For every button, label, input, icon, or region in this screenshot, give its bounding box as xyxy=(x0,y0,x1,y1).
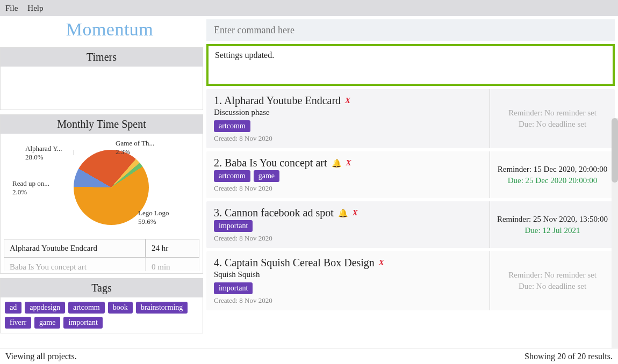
close-icon[interactable]: X xyxy=(353,208,358,217)
tag-chip-brainstorming[interactable]: brainstorming xyxy=(136,302,188,314)
time-name: Baba Is You concept art xyxy=(4,258,146,271)
pie-label-gameofth: Game of Th...2.3% xyxy=(116,139,169,156)
monthly-header: Monthly Time Spent xyxy=(1,115,203,134)
project-reminder: Reminder: 15 Dec 2020, 20:00:00 xyxy=(497,165,608,174)
tags-header: Tags xyxy=(1,279,203,297)
time-value: 24 hr xyxy=(146,239,199,258)
tag-chip-fiverr[interactable]: fiverr xyxy=(5,317,31,329)
close-icon[interactable]: X xyxy=(346,158,351,168)
app-logo: Momentum xyxy=(50,19,154,40)
timers-panel: Timers xyxy=(0,47,203,110)
project-due: Due: No deadline set xyxy=(497,282,608,291)
tag-chip-appdesign[interactable]: appdesign xyxy=(25,302,65,314)
timers-body xyxy=(1,67,203,110)
monthly-panel: Monthly Time Spent Alpharad Y...28.0% Ga… xyxy=(0,114,203,274)
pie-label-alpharad: Alpharad Y...28.0% xyxy=(25,144,74,161)
scrollbar-track[interactable] xyxy=(612,118,618,348)
tags-panel: Tags adappdesignartcommbookbrainstorming… xyxy=(0,278,203,333)
project-tags: artcommgame xyxy=(214,170,482,182)
bell-icon: 🔔 xyxy=(332,158,342,168)
project-tags: important xyxy=(214,220,482,232)
time-name: Alpharad Youtube Endcard xyxy=(4,239,146,258)
project-created: Created: 8 Nov 2020 xyxy=(214,234,482,243)
close-icon[interactable]: X xyxy=(345,96,350,105)
project-row[interactable]: 1. Alpharad Youtube EndcardXDiscussion p… xyxy=(206,89,615,148)
tag-chip-game[interactable]: game xyxy=(254,170,279,182)
time-value: 0 min xyxy=(146,258,199,271)
project-created: Created: 8 Nov 2020 xyxy=(214,184,482,193)
project-row[interactable]: 3. Cannon facebook ad spot🔔XimportantCre… xyxy=(206,201,615,248)
project-created: Created: 8 Nov 2020 xyxy=(214,134,482,143)
project-title: 3. Cannon facebook ad spot🔔X xyxy=(214,207,482,219)
project-side: Reminder: 25 Nov 2020, 13:50:00Due: 12 J… xyxy=(490,201,615,248)
project-due: Due: 25 Dec 2020 20:00:00 xyxy=(497,176,608,185)
project-due: Due: 12 Jul 2021 xyxy=(497,226,608,235)
monthly-body: Alpharad Y...28.0% Game of Th...2.3% Rea… xyxy=(1,134,203,273)
scrollbar-thumb[interactable] xyxy=(612,118,618,183)
table-row[interactable]: Alpharad Youtube Endcard 24 hr xyxy=(4,239,199,258)
statusbar: Viewing all projects. Showing 20 of 20 r… xyxy=(0,348,618,364)
tag-chip-artcomm[interactable]: artcomm xyxy=(214,120,250,132)
project-reminder: Reminder: No reminder set xyxy=(497,271,608,280)
table-row[interactable]: Baba Is You concept art 0 min xyxy=(4,258,199,271)
tag-chip-important[interactable]: important xyxy=(214,220,253,232)
project-main: 1. Alpharad Youtube EndcardXDiscussion p… xyxy=(206,89,490,148)
project-row[interactable]: 4. Captain Squish Cereal Box DesignXSqui… xyxy=(206,251,615,310)
status-left: Viewing all projects. xyxy=(5,352,77,361)
pie-slice xyxy=(74,150,149,225)
status-right: Showing 20 of 20 results. xyxy=(524,352,613,361)
pie-label-readup: Read up on...2.0% xyxy=(12,179,66,196)
project-created: Created: 8 Nov 2020 xyxy=(214,296,482,305)
project-reminder: Reminder: 25 Nov 2020, 13:50:00 xyxy=(497,215,608,224)
project-row[interactable]: 2. Baba Is You concept art🔔XartcommgameC… xyxy=(206,151,615,198)
pie-chart: Alpharad Y...28.0% Game of Th...2.3% Rea… xyxy=(4,139,197,236)
project-reminder: Reminder: No reminder set xyxy=(497,108,608,118)
main-panel: Settings updated. 1. Alpharad Youtube En… xyxy=(203,16,618,348)
project-title: 4. Captain Squish Cereal Box DesignX xyxy=(214,257,482,269)
leader-line xyxy=(74,150,74,155)
tag-chip-important[interactable]: important xyxy=(214,282,253,294)
menubar: File Help xyxy=(0,0,618,16)
menu-file[interactable]: File xyxy=(5,4,18,13)
status-message: Settings updated. xyxy=(206,44,615,86)
project-title: 1. Alpharad Youtube EndcardX xyxy=(214,94,482,107)
logo-wrap: Momentum xyxy=(0,16,203,43)
command-input[interactable] xyxy=(206,19,615,41)
project-side: Reminder: 15 Dec 2020, 20:00:00Due: 25 D… xyxy=(490,151,615,198)
time-table: Alpharad Youtube Endcard 24 hr Baba Is Y… xyxy=(4,239,199,271)
tag-chip-artcomm[interactable]: artcomm xyxy=(68,302,105,314)
app-body: Momentum Timers Monthly Time Spent Alpha… xyxy=(0,16,618,348)
close-icon[interactable]: X xyxy=(379,258,384,267)
project-desc: Discussion phase xyxy=(214,108,482,117)
tags-body: adappdesignartcommbookbrainstormingfiver… xyxy=(1,297,203,333)
project-tags: artcomm xyxy=(214,120,482,132)
project-main: 2. Baba Is You concept art🔔XartcommgameC… xyxy=(206,151,490,198)
tag-chip-artcomm[interactable]: artcomm xyxy=(214,170,250,182)
project-main: 4. Captain Squish Cereal Box DesignXSqui… xyxy=(206,251,490,310)
tag-chip-important[interactable]: important xyxy=(63,317,102,329)
project-title: 2. Baba Is You concept art🔔X xyxy=(214,157,482,169)
project-tags: important xyxy=(214,282,482,294)
project-desc: Squish Squish xyxy=(214,270,482,279)
project-due: Due: No deadline set xyxy=(497,120,608,129)
project-main: 3. Cannon facebook ad spot🔔XimportantCre… xyxy=(206,201,490,248)
tag-chip-game[interactable]: game xyxy=(34,317,60,329)
project-side: Reminder: No reminder setDue: No deadlin… xyxy=(490,89,615,148)
project-list[interactable]: 1. Alpharad Youtube EndcardXDiscussion p… xyxy=(203,89,618,348)
bell-icon: 🔔 xyxy=(338,208,348,218)
pie-label-lego: Lego Logo59.6% xyxy=(138,209,192,225)
tag-chip-book[interactable]: book xyxy=(108,302,133,314)
tag-chip-ad[interactable]: ad xyxy=(5,302,21,314)
timers-header: Timers xyxy=(1,48,203,67)
sidebar: Momentum Timers Monthly Time Spent Alpha… xyxy=(0,16,203,348)
menu-help[interactable]: Help xyxy=(27,4,43,13)
project-side: Reminder: No reminder setDue: No deadlin… xyxy=(490,251,615,310)
